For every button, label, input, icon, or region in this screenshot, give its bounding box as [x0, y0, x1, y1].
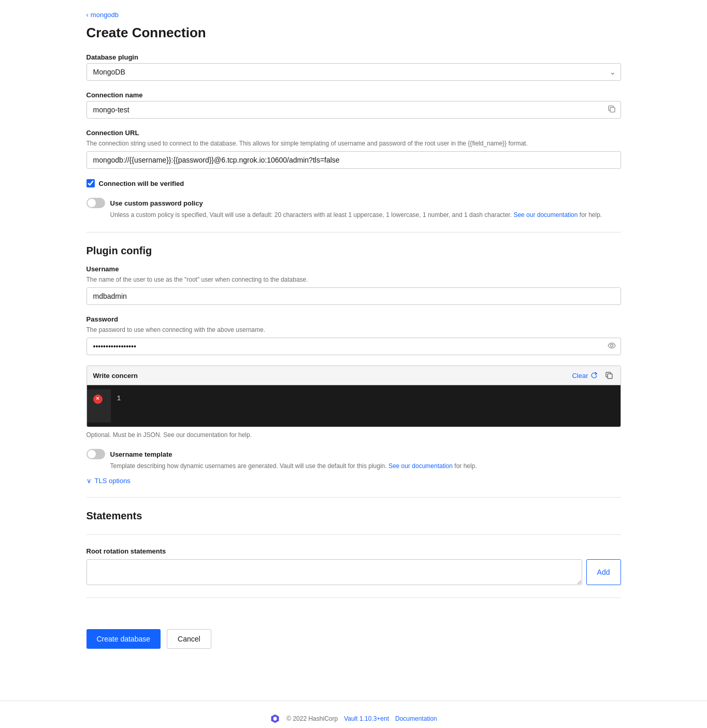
- write-concern-title: Write concern: [93, 372, 138, 380]
- password-field: Password The password to use when connec…: [86, 315, 621, 355]
- page-title: Create Connection: [86, 25, 621, 41]
- database-plugin-label: Database plugin: [86, 53, 621, 61]
- username-input[interactable]: [86, 287, 621, 305]
- back-label: mongodb: [91, 11, 119, 19]
- back-link[interactable]: ‹ mongodb: [86, 11, 119, 19]
- documentation-link[interactable]: Documentation: [395, 715, 437, 722]
- password-label: Password: [86, 315, 621, 323]
- database-plugin-select[interactable]: MongoDB: [86, 63, 621, 81]
- write-concern-field: Write concern Clear: [86, 366, 621, 439]
- custom-password-policy-docs-link[interactable]: See our documentation: [513, 211, 578, 219]
- back-icon: ‹: [86, 11, 89, 19]
- add-button[interactable]: Add: [586, 559, 621, 585]
- password-input-wrapper: [86, 338, 621, 355]
- statements-section: Statements Root rotation statements Add: [86, 510, 621, 585]
- statements-title: Statements: [86, 510, 621, 522]
- connection-name-input[interactable]: [86, 101, 621, 119]
- clear-button[interactable]: Clear: [570, 371, 599, 381]
- connection-url-field: Connection URL The connection string use…: [86, 129, 621, 169]
- username-template-description: Template describing how dynamic username…: [110, 461, 621, 471]
- connection-verified-checkbox[interactable]: [86, 179, 95, 187]
- tls-chevron-icon: ∨: [86, 477, 92, 485]
- database-plugin-select-wrapper: MongoDB ⌄: [86, 63, 621, 81]
- section-divider-4: [86, 598, 621, 598]
- username-template-toggle[interactable]: [86, 449, 105, 459]
- code-content[interactable]: 1: [111, 389, 621, 423]
- connection-url-label: Connection URL: [86, 129, 621, 137]
- write-concern-container: Write concern Clear: [86, 366, 621, 427]
- username-label: Username: [86, 265, 621, 273]
- connection-name-label: Connection name: [86, 91, 621, 99]
- connection-url-input[interactable]: [86, 151, 621, 169]
- write-concern-description: Optional. Must be in JSON. See our docum…: [86, 431, 621, 439]
- svg-rect-2: [608, 374, 612, 378]
- plugin-config-title: Plugin config: [86, 245, 621, 257]
- copy-icon[interactable]: [608, 105, 616, 115]
- custom-password-policy-label: Use custom password policy: [110, 199, 203, 207]
- cancel-button[interactable]: Cancel: [167, 629, 211, 649]
- svg-point-1: [610, 344, 613, 347]
- clear-label: Clear: [572, 372, 588, 380]
- username-field: Username The name of the user to use as …: [86, 265, 621, 305]
- copy-editor-icon: [605, 371, 613, 380]
- username-template-header: Username template: [86, 449, 621, 459]
- password-description: The password to use when connecting with…: [86, 325, 621, 334]
- toggle-knob: [88, 199, 96, 207]
- section-divider-1: [86, 232, 621, 232]
- connection-verified-row: Connection will be verified: [86, 179, 621, 187]
- connection-verified-label[interactable]: Connection will be verified: [99, 180, 184, 187]
- write-concern-header: Write concern Clear: [87, 366, 621, 385]
- eye-icon[interactable]: [608, 342, 616, 352]
- custom-password-policy-description: Unless a custom policy is specified, Vau…: [110, 210, 621, 220]
- username-template-knob: [88, 450, 96, 458]
- refresh-icon: [590, 372, 598, 379]
- line-numbers: ×: [87, 389, 111, 423]
- custom-password-policy-toggle[interactable]: [86, 198, 105, 208]
- password-input[interactable]: [86, 338, 621, 355]
- custom-password-policy-header: Use custom password policy: [86, 198, 621, 208]
- write-concern-actions: Clear: [570, 370, 614, 381]
- connection-name-input-wrapper: [86, 101, 621, 119]
- footer: © 2022 HashiCorp Vault 1.10.3+ent Docume…: [0, 701, 707, 728]
- footer-copyright: © 2022 HashiCorp: [286, 715, 338, 722]
- tls-options-toggle[interactable]: ∨ TLS options: [86, 477, 131, 485]
- root-rotation-label: Root rotation statements: [86, 547, 621, 555]
- tls-options-label: TLS options: [95, 477, 131, 485]
- code-editor[interactable]: × 1: [87, 385, 621, 427]
- create-database-button[interactable]: Create database: [86, 629, 161, 649]
- connection-url-description: The connection string used to connect to…: [86, 139, 621, 148]
- username-template-label: Username template: [110, 450, 172, 458]
- database-plugin-field: Database plugin MongoDB ⌄: [86, 53, 621, 81]
- section-divider-2: [86, 497, 621, 498]
- username-template-docs-link[interactable]: See our documentation: [388, 462, 453, 470]
- hashicorp-logo: [270, 714, 280, 724]
- root-rotation-input-row: Add: [86, 559, 621, 585]
- vault-version-link[interactable]: Vault 1.10.3+ent: [344, 715, 389, 722]
- form-actions: Create database Cancel: [86, 619, 621, 649]
- root-rotation-textarea[interactable]: [86, 559, 582, 585]
- username-description: The name of the user to use as the "root…: [86, 275, 621, 284]
- section-divider-3: [86, 534, 621, 535]
- username-template-row: Username template Template describing ho…: [86, 449, 621, 471]
- copy-editor-button[interactable]: [604, 370, 614, 381]
- svg-rect-0: [610, 108, 615, 112]
- custom-password-policy-row: Use custom password policy Unless a cust…: [86, 198, 621, 220]
- connection-name-field: Connection name: [86, 91, 621, 119]
- line-error-marker: ×: [93, 395, 103, 404]
